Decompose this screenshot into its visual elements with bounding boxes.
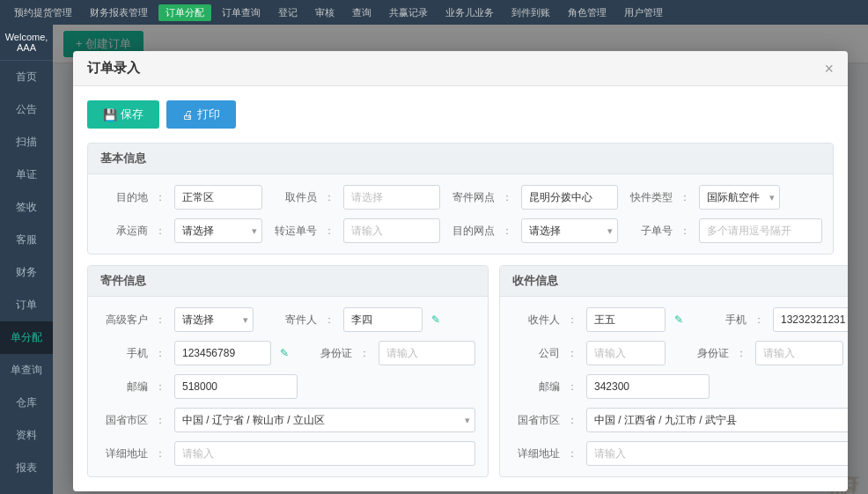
dest-node-wrapper: 请选择 [521,218,618,243]
sender-title: 寄件信息 [88,266,488,297]
receiver-company-input[interactable] [586,341,666,365]
sender-id-label: 身份证 [305,346,352,361]
vip-select[interactable]: 请选择 [174,307,254,332]
sender-name-edit-icon[interactable]: ✎ [431,313,440,326]
sender-section: 寄件信息 高级客户 ： 请选择 寄 [87,265,489,477]
receiver-address-input[interactable] [586,441,848,466]
pickup-label: 取件员 [269,190,317,205]
sender-phone-input[interactable] [174,341,271,365]
modal-close-button[interactable]: × [824,61,834,77]
sidebar-item-scan[interactable]: 扫描 [0,126,53,159]
sidebar-item-sign[interactable]: 签收 [0,191,53,224]
sidebar-item-docs[interactable]: 单证 [0,159,53,191]
modal-backdrop: 订单录入 × 💾 保存 🖨 打印 基本信 [53,25,868,494]
print-button[interactable]: 🖨 打印 [166,100,236,129]
receiver-id-input[interactable] [755,341,843,365]
receiver-company-label: 公司 [512,346,560,361]
save-button[interactable]: 💾 保存 [87,100,159,129]
sender-row-1: 高级客户 ： 请选择 寄件人 ： ✎ [100,307,475,332]
nav-item-7[interactable]: 查询 [345,4,379,21]
nav-item-1[interactable]: 预约提货管理 [7,4,79,21]
sender-postcode-input[interactable] [174,374,298,399]
sender-address-label: 详细地址 [100,446,148,461]
destination-input[interactable] [174,185,262,210]
receiver-region-label: 国省市区 [512,413,560,428]
basic-row-2: 承运商 ： 请选择 转运单号 ： 目的网点 ： [100,218,820,243]
receiver-name-edit-icon[interactable]: ✎ [674,313,683,326]
sidebar-item-data[interactable]: 资料 [0,419,53,452]
transfer-no-input[interactable] [343,218,440,243]
receiver-region-select[interactable]: 中国 / 江西省 / 九江市 / 武宁县 [586,408,848,432]
modal-title: 订单录入 [87,60,140,77]
receiver-postcode-input[interactable] [586,374,710,399]
nav-item-4[interactable]: 订单查询 [215,4,268,21]
express-type-select[interactable]: 国际航空件 国内快递 [699,185,780,210]
receiver-row-4: 国省市区 ： 中国 / 江西省 / 九江市 / 武宁县 [512,408,848,432]
sender-row-5: 详细地址 ： [100,441,475,466]
basic-row-1: 目的地 ： 取件员 ： 寄件网点 ： 快件类型 ： [100,185,820,210]
sidebar-item-dispatch[interactable]: 单分配 [0,321,53,354]
receiver-id-label: 身份证 [681,346,729,361]
sender-region-select[interactable]: 中国 / 辽宁省 / 鞍山市 / 立山区 [174,408,475,432]
receiver-phone-input[interactable] [773,307,848,332]
send-node-label: 寄件网点 [447,190,495,205]
nav-item-12[interactable]: 用户管理 [617,4,670,21]
print-icon: 🖨 [182,108,194,122]
main-area: + 创建订单 中旗 订单录入 × 💾 保存 🖨 打印 [53,25,868,494]
send-node-input[interactable] [521,185,618,210]
sidebar-item-notice[interactable]: 公告 [0,93,53,126]
sub-order-input[interactable] [699,218,822,243]
receiver-phone-label: 手机 [699,313,747,328]
dest-node-select[interactable]: 请选择 [521,218,618,243]
receiver-row-3: 邮编 ： [512,374,848,399]
save-label: 保存 [121,107,143,122]
receiver-row-2: 公司 ： 身份证 ： [512,341,848,365]
sidebar-item-query[interactable]: 单查询 [0,354,53,387]
carrier-select[interactable]: 请选择 [174,218,262,243]
receiver-postcode-label: 邮编 [512,380,560,394]
sender-id-input[interactable] [379,341,475,365]
receiver-name-input[interactable] [586,307,666,332]
receiver-row-5: 详细地址 ： [512,441,848,466]
sidebar-item-service[interactable]: 客服 [0,224,53,256]
action-buttons: 💾 保存 🖨 打印 [87,100,834,129]
transfer-no-label: 转运单号 [269,224,317,239]
receiver-name-label: 收件人 [512,313,560,328]
sender-address-input[interactable] [174,441,475,466]
sidebar-item-home[interactable]: 首页 [0,61,53,93]
order-entry-modal: 订单录入 × 💾 保存 🖨 打印 基本信 [73,51,848,491]
basic-info-title: 基本信息 [88,144,833,174]
nav-item-8[interactable]: 共赢记录 [382,4,435,21]
sidebar-user: Welcome, AAA [0,25,53,61]
sender-phone-edit-icon[interactable]: ✎ [280,347,289,359]
sender-region-wrapper: 中国 / 辽宁省 / 鞍山市 / 立山区 [174,408,475,432]
carrier-wrapper: 请选择 [174,218,262,243]
sidebar-item-warehouse[interactable]: 仓库 [0,387,53,419]
nav-item-5[interactable]: 登记 [271,4,305,21]
nav-item-2[interactable]: 财务报表管理 [83,4,155,21]
sender-region-label: 国省市区 [100,413,148,428]
sender-name-input[interactable] [343,307,423,332]
receiver-body: 收件人 ： ✎ 手机 ： ✎ 公司 [500,297,848,476]
sidebar-item-finance[interactable]: 财务 [0,256,53,289]
nav-item-3[interactable]: 订单分配 [158,4,211,21]
sidebar: Welcome, AAA 首页 公告 扫描 单证 签收 客服 财务 订单 单分配… [0,25,53,494]
sidebar-item-order[interactable]: 订单 [0,289,53,321]
modal-header: 订单录入 × [73,51,848,86]
nav-item-6[interactable]: 审核 [308,4,342,21]
receiver-region-wrapper: 中国 / 江西省 / 九江市 / 武宁县 [586,408,848,432]
nav-item-10[interactable]: 到件到账 [504,4,557,21]
receiver-section: 收件信息 收件人 ： ✎ 手机 ： ✎ [499,265,848,477]
basic-info-body: 目的地 ： 取件员 ： 寄件网点 ： 快件类型 ： [88,174,833,254]
basic-info-section: 基本信息 目的地 ： 取件员 ： 寄件网点 ： [87,143,834,254]
sub-order-label: 子单号 [625,224,673,239]
vip-wrapper: 请选择 [174,307,254,332]
sender-row-4: 国省市区 ： 中国 / 辽宁省 / 鞍山市 / 立山区 [100,408,475,432]
sidebar-username: AAA [4,42,49,53]
sidebar-item-report[interactable]: 报表 [0,452,53,484]
nav-item-11[interactable]: 角色管理 [561,4,614,21]
pickup-input[interactable] [343,185,440,210]
sidebar-item-system[interactable]: 系统 [0,484,53,494]
nav-item-9[interactable]: 业务儿业务 [438,4,501,21]
carrier-label: 承运商 [100,224,148,239]
